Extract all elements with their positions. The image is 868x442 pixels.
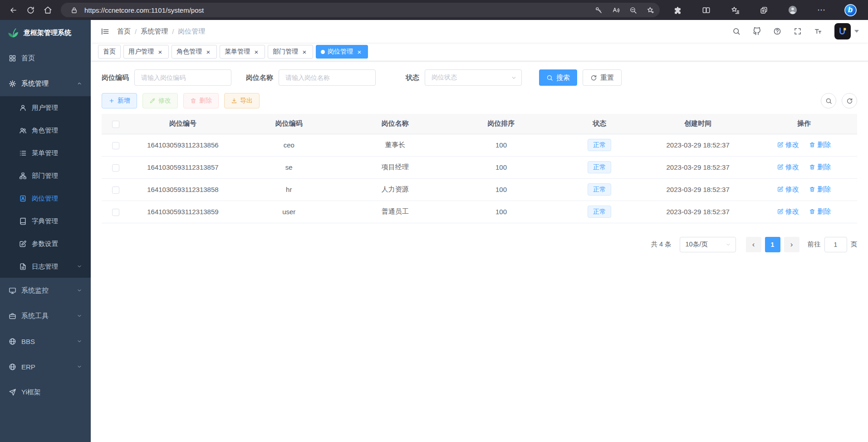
tab-dept-mgmt[interactable]: 部门管理 ×: [268, 45, 313, 59]
address-bar[interactable]: https://ccnetcore.com:1101/system/post: [61, 3, 660, 17]
split-screen-icon[interactable]: [698, 2, 715, 18]
browser-home-icon[interactable]: [39, 2, 56, 18]
table-row[interactable]: 1641030593112313859 user 普通员工 100 正常 202…: [102, 201, 857, 223]
row-edit-button[interactable]: 修改: [777, 185, 799, 194]
tab-role-mgmt[interactable]: 角色管理 ×: [172, 45, 217, 59]
org-tree-icon: [19, 172, 27, 180]
row-checkbox[interactable]: [112, 142, 119, 149]
tags-view-bar: 首页 用户管理 × 角色管理 × 菜单管理 × 部门管理 × 岗位管理 ×: [91, 43, 868, 61]
cell-created: 2023-03-29 18:52:37: [645, 201, 751, 223]
user-menu[interactable]: [834, 23, 859, 39]
read-aloud-icon[interactable]: [609, 4, 623, 16]
cell-post-sort: 100: [448, 201, 554, 223]
tab-user-mgmt[interactable]: 用户管理 ×: [123, 45, 169, 59]
tab-home[interactable]: 首页: [98, 45, 121, 59]
row-edit-button[interactable]: 修改: [777, 163, 799, 172]
sidebar-item-role-mgmt[interactable]: 角色管理: [0, 119, 91, 142]
cell-post-sort: 100: [448, 156, 554, 178]
tab-post-mgmt[interactable]: 岗位管理 ×: [316, 45, 368, 59]
site-info-lock-icon[interactable]: [67, 4, 81, 16]
sidebar-item-dept-mgmt[interactable]: 部门管理: [0, 164, 91, 187]
bing-icon[interactable]: b: [842, 2, 859, 18]
row-delete-button[interactable]: 删除: [809, 141, 831, 149]
font-size-icon[interactable]: [811, 22, 825, 41]
table-row[interactable]: 1641030593112313858 hr 人力资源 100 正常 2023-…: [102, 178, 857, 201]
sidebar-item-system-mgmt[interactable]: 系统管理: [0, 71, 91, 96]
breadcrumb-item-home[interactable]: 首页: [117, 27, 131, 36]
url-text[interactable]: https://ccnetcore.com:1101/system/post: [84, 6, 588, 14]
sidebar-item-bbs[interactable]: BBS: [0, 329, 91, 354]
sidebar-item-dict-mgmt[interactable]: 字典管理: [0, 210, 91, 232]
next-page-button[interactable]: ›: [784, 237, 799, 252]
close-icon[interactable]: ×: [253, 48, 260, 55]
close-icon[interactable]: ×: [205, 48, 212, 55]
search-button[interactable]: 搜索: [539, 69, 577, 86]
post-code-input[interactable]: [134, 69, 231, 86]
header-search-icon[interactable]: [730, 22, 743, 41]
favorite-add-icon[interactable]: [643, 4, 657, 16]
browser-profile-avatar[interactable]: [784, 2, 801, 18]
help-icon[interactable]: [770, 22, 784, 41]
tab-menu-mgmt[interactable]: 菜单管理 ×: [220, 45, 265, 59]
status-select[interactable]: 岗位状态: [425, 69, 522, 86]
breadcrumb-item-system[interactable]: 系统管理: [141, 27, 168, 36]
sidebar-item-system-tools[interactable]: 系统工具: [0, 303, 91, 329]
add-button[interactable]: 新增: [102, 93, 137, 108]
extensions-icon[interactable]: [669, 2, 686, 18]
user-icon: [19, 104, 27, 112]
post-name-input[interactable]: [279, 69, 376, 86]
app-logo[interactable]: 意框架管理系统: [0, 20, 91, 45]
browser-menu-icon[interactable]: ⋯: [813, 2, 830, 18]
sidebar-item-system-monitor[interactable]: 系统监控: [0, 278, 91, 303]
close-icon[interactable]: ×: [157, 48, 164, 55]
page-unit-label: 页: [851, 240, 858, 249]
row-checkbox[interactable]: [112, 209, 119, 216]
row-delete-button[interactable]: 删除: [809, 185, 831, 194]
prev-page-button[interactable]: ‹: [746, 237, 761, 252]
sidebar-item-user-mgmt[interactable]: 用户管理: [0, 96, 91, 119]
row-checkbox[interactable]: [112, 164, 119, 172]
edit-square-icon: [777, 142, 784, 148]
page-size-select[interactable]: 10条/页: [680, 237, 736, 252]
row-checkbox[interactable]: [112, 187, 119, 194]
table-row[interactable]: 1641030593112313856 ceo 董事长 100 正常 2023-…: [102, 134, 857, 156]
page-number-button[interactable]: 1: [765, 237, 780, 252]
close-icon[interactable]: ×: [301, 48, 308, 55]
zoom-out-icon[interactable]: [626, 4, 640, 16]
filter-label: 岗位编码: [102, 74, 129, 82]
reset-button[interactable]: 重置: [583, 69, 622, 86]
row-delete-button[interactable]: 删除: [809, 163, 831, 172]
row-delete-button[interactable]: 删除: [809, 207, 831, 216]
table-row[interactable]: 1641030593112313857 se 项目经理 100 正常 2023-…: [102, 156, 857, 178]
browser-refresh-icon[interactable]: [22, 2, 39, 18]
export-button[interactable]: 导出: [224, 93, 260, 108]
favorites-icon[interactable]: [726, 2, 744, 18]
browser-back-icon[interactable]: [5, 2, 22, 18]
sidebar-item-menu-mgmt[interactable]: 菜单管理: [0, 142, 91, 164]
filter-post-code: 岗位编码: [102, 69, 231, 86]
select-all-checkbox[interactable]: [112, 121, 119, 128]
close-icon[interactable]: ×: [356, 48, 363, 55]
sidebar-item-home[interactable]: 首页: [0, 45, 91, 71]
delete-button[interactable]: 删除: [183, 93, 219, 108]
sidebar-item-log-mgmt[interactable]: 日志管理: [0, 255, 91, 278]
toggle-search-icon[interactable]: [821, 93, 836, 108]
sidebar-item-param-settings[interactable]: 参数设置: [0, 232, 91, 255]
row-edit-button[interactable]: 修改: [777, 141, 799, 149]
cell-post-name: 项目经理: [342, 156, 448, 178]
github-icon[interactable]: [750, 22, 764, 41]
goto-page-input[interactable]: [824, 237, 847, 252]
collections-icon[interactable]: [755, 2, 773, 18]
status-badge: 正常: [588, 139, 611, 151]
user-avatar[interactable]: [834, 23, 851, 39]
sidebar-toggle-icon[interactable]: [96, 23, 113, 40]
sidebar-item-post-mgmt[interactable]: 岗位管理: [0, 187, 91, 210]
sidebar-item-erp[interactable]: ERP: [0, 354, 91, 379]
edit-button[interactable]: 修改: [142, 93, 178, 108]
book-icon: [19, 217, 27, 225]
sidebar-item-yi-framework[interactable]: Yi框架: [0, 379, 91, 405]
fullscreen-icon[interactable]: [791, 22, 804, 41]
row-edit-button[interactable]: 修改: [777, 207, 799, 216]
refresh-table-icon[interactable]: [842, 93, 857, 108]
password-key-icon[interactable]: [592, 4, 605, 16]
